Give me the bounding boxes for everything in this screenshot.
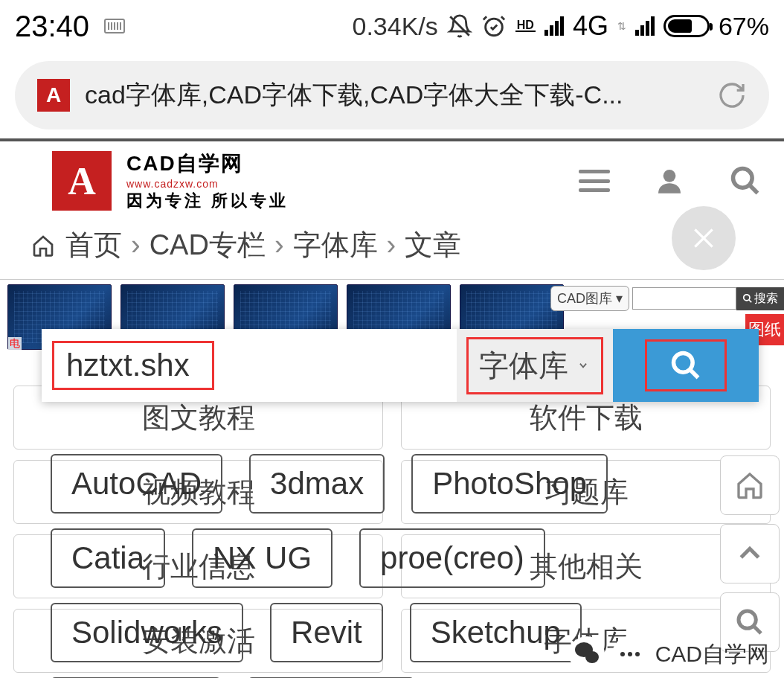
thumb-label: 电 (8, 337, 22, 351)
more-icon (612, 636, 648, 672)
status-bar: 23:40 0.34K/s HD 4G ⇅ 67% (0, 0, 784, 52)
svg-point-11 (674, 354, 693, 373)
wechat-label: CAD自学网 (655, 639, 769, 670)
signal-icon (544, 16, 564, 36)
search-overlay-panel: 字体库 (42, 329, 759, 402)
status-time: 23:40 (15, 10, 89, 43)
search-input-highlight (52, 341, 214, 390)
breadcrumb: 首页 › CAD专栏 › 字体库 › 文章 (0, 220, 784, 279)
network-type: 4G (573, 10, 608, 42)
tag-revit[interactable]: Revit (270, 603, 383, 662)
hd-indicator: HD (515, 20, 536, 32)
home-icon[interactable] (30, 234, 57, 258)
tag-nxug[interactable]: NX UG (192, 528, 332, 588)
search-submit-button[interactable] (613, 329, 759, 402)
header-search-icon[interactable] (729, 164, 762, 197)
overlay-close-button[interactable] (669, 204, 738, 272)
chevron-right-icon: › (131, 229, 141, 261)
chevron-right-icon: › (387, 229, 396, 261)
bell-off-icon (447, 13, 472, 39)
keyboard-icon (104, 19, 125, 33)
site-header: A CAD自学网 www.cadzxw.com 因为专注 所以专业 (0, 138, 784, 220)
breadcrumb-item[interactable]: 文章 (405, 226, 461, 264)
wechat-float[interactable]: CAD自学网 (569, 636, 769, 672)
svg-line-4 (750, 185, 758, 194)
favicon-icon: A (37, 79, 70, 112)
tag-3dmax[interactable]: 3dmax (249, 454, 385, 514)
site-domain: www.cadzxw.com (126, 178, 289, 190)
wechat-icon (569, 636, 605, 672)
battery-icon (663, 15, 710, 37)
tag-autocad[interactable]: AutoCAD (51, 454, 222, 514)
svg-point-7 (739, 611, 756, 628)
search-input[interactable] (66, 348, 200, 383)
menu-icon[interactable] (579, 170, 610, 192)
data-arrows-icon: ⇅ (617, 20, 626, 32)
site-logo-text: CAD自学网 www.cadzxw.com 因为专注 所以专业 (126, 150, 289, 212)
site-name: CAD自学网 (126, 150, 289, 178)
user-icon[interactable] (655, 166, 684, 196)
search-select-label: 字体库 (479, 345, 568, 386)
mini-search-input[interactable] (632, 287, 736, 310)
tag-catia[interactable]: Catia (51, 528, 165, 588)
site-logo-icon[interactable]: A (52, 151, 112, 211)
svg-point-3 (733, 169, 753, 188)
page-title-text: cad字体库,CAD字体下载,CAD字体大全下载-C... (85, 78, 702, 112)
svg-line-6 (749, 300, 752, 303)
reload-icon[interactable] (717, 80, 747, 110)
mini-search-button[interactable]: 搜索 (736, 287, 784, 310)
tag-sketchup[interactable]: Sketchup (410, 603, 582, 662)
svg-point-2 (663, 170, 676, 182)
tag-photoshop[interactable]: PhotoShop (411, 454, 608, 514)
breadcrumb-item[interactable]: 字体库 (293, 226, 378, 264)
network-speed: 0.34K/s (352, 12, 437, 41)
svg-line-8 (754, 626, 761, 633)
category-select[interactable]: CAD图库 ▾ (550, 286, 629, 311)
search-icon (669, 349, 702, 382)
breadcrumb-home[interactable]: 首页 (65, 226, 122, 264)
tag-proe[interactable]: proe(creo) (359, 528, 545, 588)
search-category-select[interactable]: 字体库 (457, 329, 613, 402)
chevron-down-icon (576, 360, 591, 371)
svg-line-12 (690, 370, 698, 378)
tag-solidworks[interactable]: Solidworks (51, 603, 243, 662)
battery-percent: 67% (719, 12, 769, 41)
svg-point-5 (744, 295, 750, 301)
browser-url-bar[interactable]: A cad字体库,CAD字体下载,CAD字体大全下载-C... (15, 61, 769, 129)
chevron-right-icon: › (274, 229, 284, 261)
breadcrumb-item[interactable]: CAD专栏 (150, 226, 266, 264)
site-slogan: 因为专注 所以专业 (126, 190, 289, 212)
signal-icon-2 (635, 16, 655, 36)
alarm-icon (481, 13, 507, 39)
